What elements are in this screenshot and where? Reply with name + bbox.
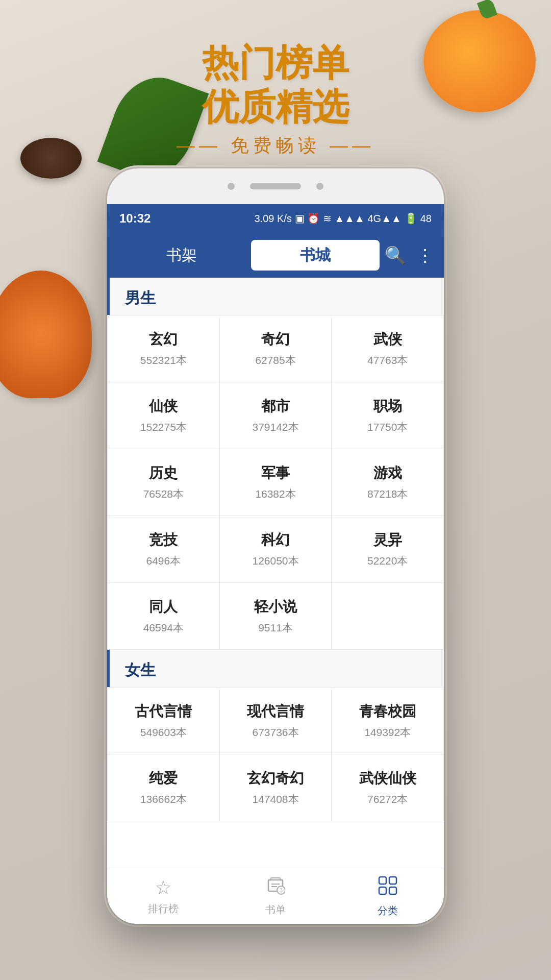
camera-dot [228, 183, 235, 190]
category-xianxia[interactable]: 仙侠 152275本 [108, 382, 220, 449]
category-xuanhuanqihuan[interactable]: 玄幻奇幻 147408本 [220, 754, 332, 821]
svg-rect-1 [271, 878, 280, 880]
category-empty [332, 583, 444, 650]
sensor-dot [316, 183, 323, 190]
category-icon [377, 875, 398, 901]
banner: 热门榜单 优质精选 免费畅读 [177, 41, 374, 158]
phone-screen: 10:32 3.09 K/s ▣ ⏰ ≋ ▲▲▲ 4G▲▲ 🔋 48 书架 书城… [107, 204, 444, 924]
tab-ranking[interactable]: ☆ 排行榜 [107, 876, 219, 916]
tab-bookshelf[interactable]: 书架 [117, 240, 246, 271]
battery-icon: 🔋 [405, 212, 417, 225]
category-wuxiaxianxia[interactable]: 武侠仙侠 76272本 [332, 754, 444, 821]
bottom-tab-bar: ☆ 排行榜 3 书单 [107, 868, 444, 924]
orange-decoration [423, 10, 536, 112]
category-tongren[interactable]: 同人 46594本 [108, 583, 220, 650]
svg-rect-8 [379, 887, 386, 894]
category-label: 分类 [378, 904, 398, 918]
signal-icons: ▣ ⏰ ≋ ▲▲▲ 4G▲▲ [295, 212, 402, 225]
category-wuxia[interactable]: 武侠 47763本 [332, 315, 444, 382]
network-speed: 3.09 K/s [254, 213, 291, 225]
category-gudaiyanqing[interactable]: 古代言情 549603本 [108, 688, 220, 754]
booklist-label: 书单 [265, 903, 286, 917]
banner-line2: 优质精选 [177, 85, 374, 129]
speaker-grille [250, 183, 301, 189]
banner-sub: 免费畅读 [177, 133, 374, 158]
content-area: 男生 玄幻 552321本 奇幻 62785本 武侠 47763本 仙侠 152… [107, 278, 444, 868]
category-dushi[interactable]: 都市 379142本 [220, 382, 332, 449]
category-qingchunxiaoyuan[interactable]: 青春校园 149392本 [332, 688, 444, 754]
category-lingyi[interactable]: 灵异 52220本 [332, 516, 444, 583]
female-category-grid: 古代言情 549603本 现代言情 673736本 青春校园 149392本 纯… [107, 687, 444, 821]
status-time: 10:32 [119, 211, 151, 226]
more-icon[interactable]: ⋮ [416, 245, 434, 265]
category-xuanhuan[interactable]: 玄幻 552321本 [108, 315, 220, 382]
male-category-grid: 玄幻 552321本 奇幻 62785本 武侠 47763本 仙侠 152275… [107, 315, 444, 650]
category-jingji[interactable]: 竞技 6496本 [108, 516, 220, 583]
banner-line1: 热门榜单 [177, 41, 374, 85]
ranking-icon: ☆ [155, 876, 172, 899]
battery-level: 48 [420, 213, 432, 225]
ranking-label: 排行榜 [148, 902, 179, 916]
category-junshi[interactable]: 军事 16382本 [220, 449, 332, 516]
svg-rect-9 [389, 887, 396, 894]
status-bar: 10:32 3.09 K/s ▣ ⏰ ≋ ▲▲▲ 4G▲▲ 🔋 48 [107, 204, 444, 233]
bowl-decoration [20, 138, 82, 179]
category-chunai[interactable]: 纯爱 136662本 [108, 754, 220, 821]
category-xiandaiyaiqing[interactable]: 现代言情 673736本 [220, 688, 332, 754]
svg-rect-6 [379, 877, 386, 884]
section-female: 女生 [107, 650, 444, 687]
svg-text:3: 3 [280, 888, 283, 893]
tab-bookstore[interactable]: 书城 [251, 240, 380, 271]
tab-booklist[interactable]: 3 书单 [219, 876, 332, 917]
category-youxi[interactable]: 游戏 87218本 [332, 449, 444, 516]
tab-category[interactable]: 分类 [332, 875, 444, 918]
category-lishi[interactable]: 历史 76528本 [108, 449, 220, 516]
nav-bar: 书架 书城 🔍 ⋮ [107, 233, 444, 278]
booklist-icon: 3 [266, 876, 285, 900]
category-qihuan[interactable]: 奇幻 62785本 [220, 315, 332, 382]
svg-rect-7 [389, 877, 396, 884]
phone-top-bar [228, 183, 323, 190]
phone-mockup: 10:32 3.09 K/s ▣ ⏰ ≋ ▲▲▲ 4G▲▲ 🔋 48 书架 书城… [107, 168, 444, 924]
status-right: 3.09 K/s ▣ ⏰ ≋ ▲▲▲ 4G▲▲ 🔋 48 [254, 212, 432, 225]
category-kehuan[interactable]: 科幻 126050本 [220, 516, 332, 583]
category-qingxiaoshuo[interactable]: 轻小说 9511本 [220, 583, 332, 650]
section-male: 男生 [107, 278, 444, 315]
category-zhichang[interactable]: 职场 17750本 [332, 382, 444, 449]
search-icon[interactable]: 🔍 [385, 245, 406, 265]
nav-icons: 🔍 ⋮ [385, 245, 434, 265]
